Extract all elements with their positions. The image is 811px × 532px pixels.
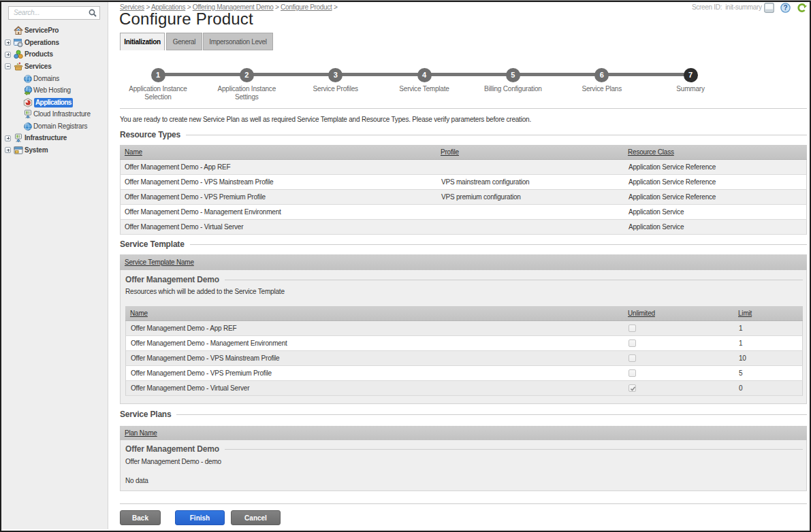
svg-text:?: ? — [783, 4, 787, 12]
